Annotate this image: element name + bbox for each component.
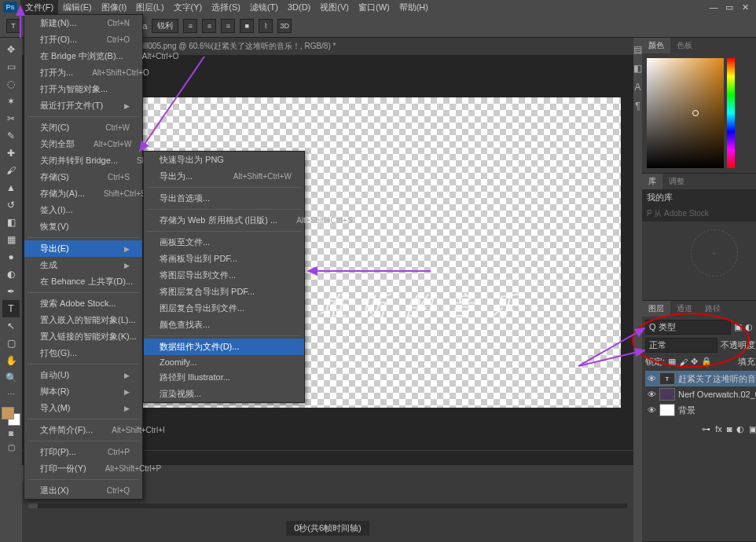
menu-item[interactable]: 存储为 Web 所用格式 (旧版) ...Alt+Shift+Ctrl+S: [144, 212, 304, 229]
menu-item[interactable]: 快速导出为 PNG: [144, 152, 304, 168]
menu-item[interactable]: 存储(S)Ctrl+S: [24, 169, 142, 185]
menu-item[interactable]: 存储为(A)...Shift+Ctrl+S: [24, 185, 142, 202]
menu-view[interactable]: 视图(V): [315, 0, 354, 15]
menu-item[interactable]: 渲染视频...: [144, 386, 304, 402]
para-icon[interactable]: ¶: [635, 101, 640, 112]
char-icon[interactable]: A: [634, 82, 640, 93]
color-picker[interactable]: [647, 58, 735, 168]
adjustments-tab[interactable]: 调整: [662, 174, 691, 189]
layer-name[interactable]: 背景: [678, 405, 756, 416]
menu-item[interactable]: 搜索 Adobe Stock...: [24, 295, 142, 312]
stamp-tool[interactable]: ▲: [2, 179, 20, 196]
menu-help[interactable]: 帮助(H): [395, 0, 433, 15]
layer-row-image[interactable]: 👁 Nerf Overwatch.02_00_2...: [645, 386, 756, 402]
libraries-tab[interactable]: 库: [642, 174, 662, 189]
menu-3d[interactable]: 3D(D): [283, 1, 315, 13]
menu-window[interactable]: 窗口(W): [354, 0, 395, 15]
properties-icon[interactable]: ◧: [633, 63, 642, 74]
menu-item[interactable]: 打印一份(Y)Alt+Shift+Ctrl+P: [24, 460, 142, 477]
history-icon[interactable]: ▤: [633, 44, 642, 55]
layer-fx-icon[interactable]: fx: [715, 424, 722, 434]
menu-item[interactable]: 打开(O)...Ctrl+O: [24, 31, 142, 48]
new-group-icon[interactable]: ▣: [749, 424, 756, 434]
align-center-button[interactable]: ≡: [202, 19, 216, 33]
move-tool[interactable]: ✥: [2, 41, 20, 58]
menu-item[interactable]: 导入(M)▶: [24, 400, 142, 416]
visibility-icon[interactable]: 👁: [647, 405, 656, 415]
window-min-icon[interactable]: —: [709, 2, 718, 13]
screen-mode-toggle[interactable]: ▢: [2, 440, 20, 454]
menu-item[interactable]: 打开为智能对象...: [24, 81, 142, 97]
menu-item[interactable]: 脚本(R)▶: [24, 383, 142, 400]
menu-file[interactable]: 文件(F): [20, 0, 58, 15]
menu-item[interactable]: 导出为...Alt+Shift+Ctrl+W: [144, 168, 304, 185]
menu-item[interactable]: 最近打开文件(T)▶: [24, 97, 142, 114]
menu-item[interactable]: 打开为...Alt+Shift+Ctrl+O: [24, 64, 142, 81]
menu-item[interactable]: 退出(X)Ctrl+Q: [24, 482, 142, 499]
layer-name[interactable]: Nerf Overwatch.02_00_2...: [678, 390, 756, 399]
menu-item[interactable]: 签入(I)...: [24, 202, 142, 218]
menu-item[interactable]: 自动(U)▶: [24, 367, 142, 383]
stock-search[interactable]: P 从 Adobe Stock: [642, 206, 756, 222]
color-tab[interactable]: 颜色: [642, 38, 670, 53]
align-left-button[interactable]: ≡: [183, 19, 197, 33]
swatches-tab[interactable]: 色板: [670, 38, 699, 53]
text-color-button[interactable]: ■: [240, 19, 254, 33]
menu-layer[interactable]: 图层(L): [131, 0, 168, 15]
menu-item[interactable]: 导出(E)▶: [24, 240, 142, 257]
menu-item[interactable]: 关闭全部Alt+Ctrl+W: [24, 136, 142, 152]
type-tool[interactable]: T: [2, 300, 20, 317]
menu-item[interactable]: 将图层导出到文件...: [144, 267, 304, 284]
eyedropper-tool[interactable]: ✎: [2, 127, 20, 145]
align-right-button[interactable]: ≡: [221, 19, 235, 33]
menu-item[interactable]: 关闭(C)Ctrl+W: [24, 119, 142, 136]
menu-item[interactable]: 导出首选项...: [144, 190, 304, 207]
layers-tab[interactable]: 图层: [642, 301, 670, 317]
hand-tool[interactable]: ✋: [2, 352, 20, 369]
pen-tool[interactable]: ✒: [2, 283, 20, 300]
crop-tool[interactable]: ✂: [2, 110, 20, 127]
history-brush-tool[interactable]: ↺: [2, 196, 20, 214]
visibility-icon[interactable]: 👁: [647, 390, 656, 399]
menu-select[interactable]: 选择(S): [207, 0, 245, 15]
gradient-tool[interactable]: ▦: [2, 231, 20, 248]
marquee-tool[interactable]: ▭: [2, 58, 20, 75]
library-add-target[interactable]: +: [691, 229, 738, 276]
menu-item[interactable]: 路径到 Illustrator...: [144, 369, 304, 386]
quick-mask-toggle[interactable]: ◙: [2, 426, 20, 440]
menu-item[interactable]: 打印(P)...Ctrl+P: [24, 444, 142, 460]
menu-item[interactable]: 生成▶: [24, 257, 142, 273]
library-select[interactable]: 我的库▾: [642, 189, 756, 206]
shape-tool[interactable]: ▢: [2, 335, 20, 352]
aa-mode-select[interactable]: 锐利: [152, 19, 178, 33]
warp-text-button[interactable]: ⌇: [259, 19, 273, 33]
menu-item[interactable]: 置入链接的智能对象(K)...: [24, 328, 142, 345]
lasso-tool[interactable]: ◌: [2, 75, 20, 93]
layer-name[interactable]: 赶紧关了这堆听的音乐！: [678, 373, 756, 385]
path-select-tool[interactable]: ↖: [2, 317, 20, 335]
new-adj-icon[interactable]: ◐: [736, 424, 744, 434]
edit-toolbar[interactable]: ⋯: [2, 386, 20, 401]
menu-edit[interactable]: 编辑(E): [58, 0, 97, 15]
tool-indicator[interactable]: T: [6, 19, 20, 33]
window-max-icon[interactable]: ▭: [725, 2, 734, 13]
blur-tool[interactable]: ●: [2, 248, 20, 266]
menu-item[interactable]: 在 Behance 上共享(D)...: [24, 273, 142, 290]
window-close-icon[interactable]: ✕: [740, 2, 750, 13]
spot-heal-tool[interactable]: ✚: [2, 145, 20, 162]
visibility-icon[interactable]: 👁: [647, 374, 656, 383]
menu-image[interactable]: 图像(I): [97, 0, 131, 15]
menu-item[interactable]: 置入嵌入的智能对象(L)...: [24, 312, 142, 328]
brush-tool[interactable]: 🖌: [2, 162, 20, 179]
color-swatch[interactable]: [2, 407, 20, 426]
menu-item[interactable]: 关闭并转到 Bridge...Shift+Ctrl+W: [24, 152, 142, 169]
layer-mask-icon[interactable]: ◙: [727, 424, 732, 434]
layer-row-text[interactable]: 👁 T 赶紧关了这堆听的音乐！: [645, 371, 756, 386]
menu-item[interactable]: 颜色查找表...: [144, 317, 304, 333]
menu-item[interactable]: 数据组作为文件(D)...: [144, 339, 304, 355]
layer-row-bg[interactable]: 👁 背景 🔒: [645, 402, 756, 418]
dodge-tool[interactable]: ◐: [2, 266, 20, 283]
menu-item[interactable]: 在 Bridge 中浏览(B)...Alt+Ctrl+O: [24, 48, 142, 64]
link-layers-icon[interactable]: ⊶: [702, 424, 710, 434]
3d-button[interactable]: 3D: [277, 19, 292, 33]
